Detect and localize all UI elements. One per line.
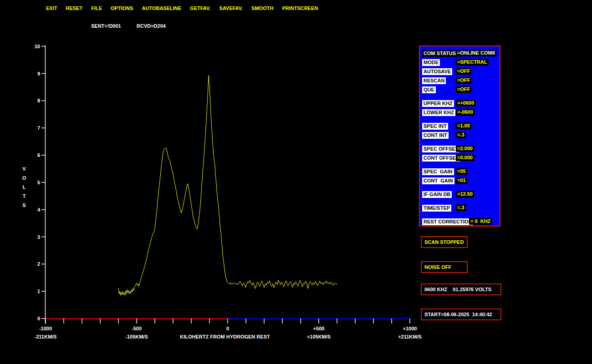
mode-value: =SPECTRAL (456, 59, 489, 66)
panel-row-spec-int: SPEC INT =1.00 (422, 122, 499, 130)
rescan-label: RESCAN (422, 77, 446, 84)
panel-row-autosave: AUTOSAVE =OFF (422, 68, 499, 75)
cont-int-value: =.3 (456, 131, 466, 138)
scan-status-box: SCAN STOPPED (421, 236, 468, 248)
x-tick-label: +1000 (403, 326, 417, 331)
panel-row-time-step: TIME/STEP =.3 (422, 204, 499, 212)
y-axis-title-letter: V (22, 166, 26, 172)
y-tick-label: 4 (37, 207, 41, 212)
kms-label: +211KM/S (398, 334, 422, 339)
cont-offset-label: CONT OFFSET (422, 155, 460, 162)
y-tick-label: 6 (37, 152, 40, 158)
mode-label: MODE (422, 59, 440, 66)
upper-khz-label: UPPER KHZ (422, 100, 454, 107)
x-tick-label: -500 (132, 326, 142, 331)
cont-gain-label: CONT GAIN (422, 177, 454, 184)
y-axis-title-letter: T (23, 193, 26, 199)
que-value: =OFF (456, 86, 471, 93)
spectrum-trace (118, 76, 337, 295)
x-tick-label: 0 (226, 326, 229, 331)
kms-label: +105KM/S (307, 334, 331, 339)
if-gain-db-label: IF GAIN DB (422, 191, 452, 198)
time-step-label: TIME/STEP (422, 205, 451, 212)
rest-correction-value: = 0 KHZ (469, 218, 492, 225)
panel-row-rescan: RESCAN =OFF (422, 77, 499, 84)
if-gain-db-value: =12.50 (456, 191, 474, 197)
panel-row-rest-correction: REST CORRECTION = 0 KHZ (422, 218, 499, 225)
upper-khz-value: =+0600 (456, 100, 475, 106)
panel-row-com-status: COM STATUS =ONLINE COM8 (422, 50, 499, 57)
panel-row-if-gain-db: IF GAIN DB =12.50 (422, 191, 499, 198)
panel-row-lower-khz: LOWER KHZ =-0600 (422, 109, 499, 116)
y-tick-label: 0 (37, 316, 40, 321)
y-tick-label: 8 (37, 98, 40, 103)
khz-volts-readout-box: 0600 KHZ 01.25976 VOLTS (421, 283, 501, 295)
spec-offset-label: SPEC OFFSET (422, 146, 459, 152)
com-status-label: COM STATUS (422, 50, 457, 57)
rescan-value: =OFF (456, 77, 471, 84)
x-tick-label: +500 (313, 326, 325, 331)
panel-row-que: QUE =OFF (422, 86, 499, 93)
autosave-label: AUTOSAVE (422, 68, 452, 75)
time-step-value: =.3 (456, 204, 466, 211)
y-tick-label: 10 (35, 44, 40, 49)
x-tick-label: -1000 (39, 326, 52, 331)
spec-int-value: =1.00 (456, 122, 471, 129)
cont-gain-value: =01 (456, 177, 467, 184)
com-status-value: =ONLINE COM8 (456, 50, 496, 56)
settings-panel: COM STATUS =ONLINE COM8 MODE =SPECTRAL A… (419, 46, 500, 227)
autosave-value: =OFF (456, 68, 471, 75)
panel-row-spec-gain: SPEC GAIN =05 (422, 168, 499, 175)
y-tick-label: 2 (37, 261, 40, 267)
noise-status-box: NOISE OFF (421, 261, 468, 273)
panel-row-mode: MODE =SPECTRAL (422, 59, 499, 66)
panel-row-cont-int: CONT INT =.3 (422, 131, 499, 139)
spec-int-label: SPEC INT (422, 123, 448, 130)
spec-gain-value: =05 (456, 168, 467, 175)
spec-gain-label: SPEC GAIN (422, 168, 454, 175)
rest-correction-label: REST CORRECTION (422, 218, 473, 225)
panel-row-upper-khz: UPPER KHZ =+0600 (422, 100, 499, 107)
y-tick-label: 1 (37, 288, 40, 294)
y-axis-title-letter: L (23, 184, 26, 190)
panel-row-spec-offset: SPEC OFFSET =2.000 (422, 145, 499, 152)
y-tick-label: 3 (37, 234, 40, 240)
x-axis-title: KILOHERTZ FROM HYDROGEN REST (180, 334, 270, 339)
cont-offset-value: =0.000 (456, 154, 474, 161)
scan-start-time-box: START=08-06-2025 14:40:42 (421, 308, 501, 320)
spec-offset-value: =2.000 (456, 145, 474, 152)
spectrum-chart: 012345678910-1000-211KM/S-500-105KM/S0+5… (0, 0, 592, 364)
panel-row-cont-offset: CONT OFFSET =0.000 (422, 154, 499, 162)
y-tick-label: 7 (37, 125, 40, 131)
panel-row-cont-gain: CONT GAIN =01 (422, 177, 499, 184)
lower-khz-label: LOWER KHZ (422, 109, 455, 116)
y-tick-label: 5 (37, 180, 40, 185)
y-axis-title-letter: S (22, 202, 26, 208)
kms-label: -211KM/S (35, 334, 57, 339)
y-axis-title-letter: O (22, 175, 26, 181)
kms-label: -105KM/S (125, 334, 148, 339)
que-label: QUE (422, 86, 436, 93)
y-tick-label: 9 (37, 71, 40, 76)
cont-int-label: CONT INT (422, 132, 449, 139)
lower-khz-value: =-0600 (456, 109, 475, 116)
